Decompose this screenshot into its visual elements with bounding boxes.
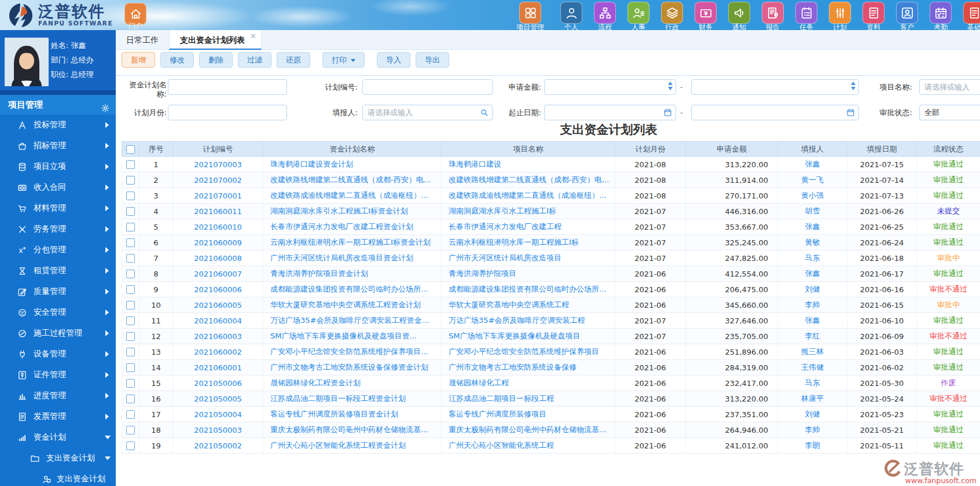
project-name-link[interactable]: 长春市伊通河水力发电厂改建工程: [449, 222, 561, 231]
row-checkbox[interactable]: [126, 426, 135, 435]
plan-name-link[interactable]: 改建铁路线增建第二线直通线（成都-西安）电...: [270, 175, 431, 184]
reporter-link[interactable]: 黄小强: [801, 191, 824, 200]
add-button[interactable]: 新增: [122, 52, 155, 68]
plan-no-link[interactable]: 2021060004: [194, 316, 242, 325]
plan-name-link[interactable]: 长春市伊通河水力发电厂改建工程资金计划: [270, 222, 413, 231]
plan-no-link[interactable]: 2021060007: [194, 270, 242, 278]
plan-no-link[interactable]: 2021050006: [194, 379, 242, 388]
plan-name-link[interactable]: 青海洪湖养护院项目资金计划: [270, 269, 368, 278]
row-checkbox[interactable]: [126, 395, 135, 403]
row-checkbox[interactable]: [126, 223, 135, 231]
sidebar-item-safety-mgmt[interactable]: 安全管理: [0, 302, 116, 323]
plan-no-link[interactable]: 2021060008: [194, 254, 242, 263]
reporter-link[interactable]: 张鑫: [805, 269, 820, 278]
select-all-checkbox[interactable]: [126, 145, 135, 154]
app-button-plan[interactable]: 计划: [827, 2, 853, 30]
plan-no-input[interactable]: [362, 79, 493, 95]
project-name-link[interactable]: 客运专线广州调度所装修项目: [449, 410, 546, 418]
project-name-link[interactable]: 湖南洞庭湖水库引水工程施工I标: [449, 207, 556, 215]
app-button-attendance[interactable]: 考勤: [927, 2, 954, 30]
amount-from-input[interactable]: [544, 79, 676, 95]
date-to-input[interactable]: [691, 105, 859, 120]
tab-expense-fund-plan-list[interactable]: 支出资金计划列表 ✕: [169, 30, 262, 50]
app-button-personal[interactable]: 个人: [558, 2, 585, 30]
reporter-link[interactable]: 刘健: [805, 285, 820, 293]
reporter-link[interactable]: 黄敏: [805, 238, 820, 246]
plan-no-link[interactable]: 2021050003: [194, 426, 242, 435]
row-checkbox[interactable]: [126, 270, 135, 278]
plan-name-link[interactable]: 云南水利枢纽潜明水库一期工程施工I标资金计划: [270, 238, 431, 246]
print-button[interactable]: 打印: [322, 52, 365, 68]
close-icon[interactable]: ✕: [250, 27, 256, 46]
plan-name-link[interactable]: 广安邓小平纪念馆安全防范系统维护保养项目...: [270, 347, 428, 356]
plan-name-link[interactable]: 广州市文物考古工地安防系统设备保修资金计划: [270, 363, 428, 371]
sidebar-item-income-contract[interactable]: 收入合同: [0, 177, 116, 198]
plan-name-link[interactable]: 江苏成品油二期项目一标段工程资金计划: [270, 394, 406, 403]
row-checkbox[interactable]: [126, 160, 135, 169]
row-checkbox[interactable]: [126, 192, 135, 200]
sidebar-item-tender-mgmt[interactable]: 招标管理: [0, 135, 116, 156]
delete-button[interactable]: 删除: [199, 52, 233, 68]
sidebar-item-equipment-mgmt[interactable]: 设备管理: [0, 344, 116, 365]
sidebar-item-construction-process-mgmt[interactable]: 施工过程管理: [0, 323, 116, 344]
project-name-link[interactable]: 江苏成品油二期项目一标段工程: [449, 394, 554, 403]
plan-name-input[interactable]: [168, 79, 287, 95]
plan-no-link[interactable]: 2021070002: [194, 176, 242, 185]
plan-name-link[interactable]: 晟铭园林绿化工程资金计划: [270, 378, 361, 387]
project-name-input[interactable]: [919, 79, 980, 95]
row-checkbox[interactable]: [126, 332, 135, 341]
sidebar-item-expense-fund-plan[interactable]: 支出资金计划: [0, 448, 116, 469]
reporter-link[interactable]: 李红: [805, 332, 820, 340]
sidebar-item-quality-mgmt[interactable]: 质量管理: [0, 281, 116, 302]
plan-name-link[interactable]: 华软大厦研究基地中央空调系统工程资金计划: [270, 300, 421, 309]
app-button-docs[interactable]: 资料: [860, 2, 887, 30]
date-from-input[interactable]: [544, 105, 676, 120]
search-icon[interactable]: [480, 108, 489, 117]
app-button-base[interactable]: 基础: [961, 2, 980, 30]
plan-no-link[interactable]: 2021050004: [194, 410, 242, 419]
row-checkbox[interactable]: [126, 238, 135, 247]
project-name-link[interactable]: 华软大厦研究基地中央空调系统工程: [449, 300, 569, 309]
sidebar-item-fund-plan[interactable]: 资金计划: [0, 427, 116, 448]
sidebar-section-project-mgmt[interactable]: 项目管理: [0, 95, 116, 115]
plan-no-link[interactable]: 2021060002: [194, 348, 242, 356]
spinner-icon[interactable]: [668, 82, 673, 90]
reporter-link[interactable]: 马东: [805, 378, 820, 387]
app-button-process[interactable]: 流程: [592, 2, 618, 30]
sidebar-item-invoice-mgmt[interactable]: 发票管理: [0, 406, 116, 427]
filter-button[interactable]: 过滤: [238, 52, 271, 68]
project-name-link[interactable]: 云南水利枢纽潜明水库一期工程施工I标: [449, 238, 579, 246]
reporter-link[interactable]: 熊三林: [801, 347, 824, 356]
app-button-admin[interactable]: 行政: [659, 2, 685, 30]
project-name-link[interactable]: 改建铁路成渝线增建第二直通线（成渝枢纽）...: [449, 191, 606, 200]
project-name-link[interactable]: 万达广场35#会所及咖啡厅空调安装工程: [449, 316, 585, 325]
sidebar-item-lease-mgmt[interactable]: 租赁管理: [0, 260, 116, 281]
plan-no-link[interactable]: 2021060006: [194, 285, 242, 294]
project-name-link[interactable]: SM广场地下车库更换摄像机及硬盘项目: [449, 332, 580, 340]
spinner-icon[interactable]: [851, 82, 856, 90]
row-checkbox[interactable]: [126, 316, 135, 325]
import-button[interactable]: 导入: [377, 52, 410, 68]
approval-status-select[interactable]: 全部: [919, 105, 980, 120]
plan-name-link[interactable]: 广州市天河区统计局机房改造项目资金计划: [270, 253, 413, 262]
reporter-link[interactable]: 黄一飞: [801, 175, 824, 184]
reporter-link[interactable]: 马东: [805, 253, 820, 262]
project-name-link[interactable]: 重庆太极制药有限公司亳州中药材仓储物流基...: [449, 425, 606, 434]
plan-no-link[interactable]: 2021060009: [194, 238, 242, 247]
calendar-icon[interactable]: [663, 108, 672, 117]
calendar-icon[interactable]: [846, 108, 855, 117]
app-button-project-mgmt[interactable]: 项目管理: [509, 2, 551, 30]
reporter-link[interactable]: 王伟健: [801, 363, 824, 371]
row-checkbox[interactable]: [126, 441, 135, 450]
plan-name-link[interactable]: 珠海鹤港口建设资金计划: [270, 160, 353, 168]
edit-button[interactable]: 修改: [160, 52, 194, 68]
reporter-link[interactable]: 林康平: [801, 394, 824, 403]
reporter-link[interactable]: 李帅: [805, 425, 820, 434]
amount-to-input[interactable]: [691, 79, 859, 95]
row-checkbox[interactable]: [126, 285, 135, 294]
project-name-link[interactable]: 改建铁路线增建第二线直通线（成都-西安）电...: [449, 175, 609, 184]
sidebar-item-material-mgmt[interactable]: 材料管理: [0, 198, 116, 219]
sidebar-item-expense-fund-plan-list[interactable]: 支出资金计划: [0, 469, 116, 486]
sidebar-item-labor-mgmt[interactable]: 劳务管理: [0, 219, 116, 240]
reporter-link[interactable]: 李帅: [805, 300, 820, 309]
